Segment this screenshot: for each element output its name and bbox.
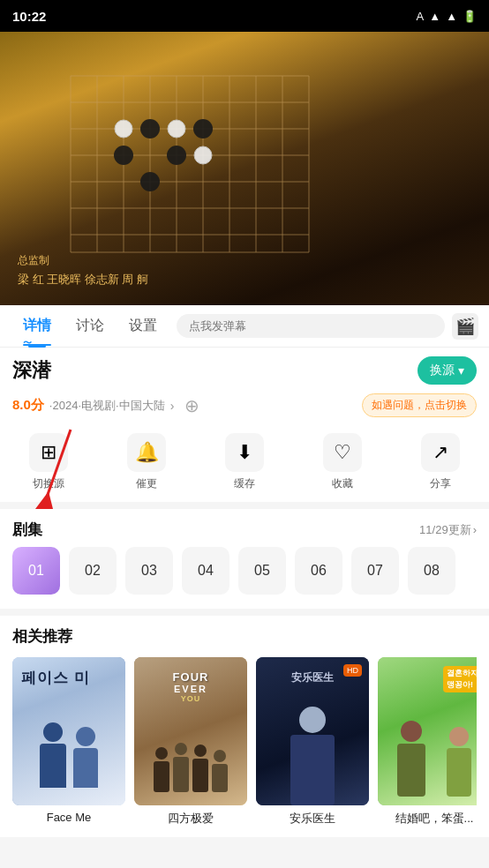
- related-card-anle[interactable]: 安乐医生 HD 安乐医生: [256, 657, 369, 827]
- status-bar: 10:22 A ▲ ▲ 🔋: [0, 0, 489, 32]
- meta-arrow-icon[interactable]: ›: [170, 399, 175, 413]
- urge-label: 催更: [136, 476, 157, 491]
- tabs-bar: 详情 〜 讨论 设置 🎬: [0, 305, 489, 348]
- show-title: 深潜: [12, 357, 51, 384]
- svg-point-20: [167, 146, 186, 165]
- episodes-section: 剧集 11/29更新 › 01 02 03 04 05 06 07 08: [0, 509, 489, 609]
- svg-point-18: [140, 119, 160, 138]
- related-section: 相关推荐: [0, 616, 489, 837]
- action-switch-source[interactable]: ⊞ 切换源: [29, 433, 68, 491]
- action-urge-update[interactable]: 🔔 催更: [127, 433, 166, 491]
- status-time: 10:22: [12, 9, 46, 24]
- related-title: 相关推荐: [12, 626, 477, 647]
- title-area: 深潜 换源 ▾: [0, 348, 489, 390]
- episode-item-03[interactable]: 03: [125, 547, 173, 595]
- poster-marry: 결혼하자맹꽁아!: [378, 657, 477, 805]
- svg-point-25: [194, 146, 212, 164]
- poster-face-me: 페이스 미: [12, 657, 125, 805]
- switch-source-icon: ⊞: [29, 433, 68, 472]
- signal-icon: ▲: [446, 10, 457, 23]
- bookmark-icon[interactable]: ⊕: [184, 395, 199, 416]
- problem-button[interactable]: 如遇问题，点击切换: [362, 393, 477, 417]
- tab-detail[interactable]: 详情 〜: [11, 305, 64, 348]
- hero-supervisor: 总监制: [18, 253, 148, 268]
- related-name-four-ever: 四方极爱: [134, 811, 247, 827]
- episodes-title: 剧集: [12, 520, 42, 540]
- collect-label: 收藏: [332, 476, 353, 491]
- cache-icon: ⬇: [225, 433, 264, 472]
- related-name-face-me: Face Me: [12, 811, 125, 824]
- notification-icon: A: [417, 10, 425, 23]
- svg-point-21: [140, 172, 160, 191]
- share-label: 分享: [430, 476, 451, 491]
- status-icons: A ▲ ▲ 🔋: [417, 10, 477, 23]
- action-row: ⊞ 切换源 🔔 催更 ⬇ 缓存 ♡ 收藏 ↗ 分享: [0, 424, 489, 509]
- wifi-icon: ▲: [429, 10, 440, 23]
- hero-banner: 总监制 梁 红 王晓晖 徐志新 周 舸: [0, 32, 489, 305]
- svg-point-19: [114, 146, 133, 165]
- related-card-four-ever[interactable]: FOUR EVER YOU 四方极爱: [134, 657, 247, 827]
- share-icon: ↗: [421, 433, 460, 472]
- episode-item-07[interactable]: 07: [351, 547, 399, 595]
- episodes-update: 11/29更新 ›: [419, 522, 477, 538]
- switch-source-button[interactable]: 换源 ▾: [418, 356, 477, 385]
- danmu-icon-button[interactable]: 🎬: [452, 313, 478, 340]
- battery-icon: 🔋: [463, 10, 477, 23]
- svg-point-23: [168, 120, 185, 138]
- episode-item-06[interactable]: 06: [295, 547, 342, 595]
- rating-score: 8.0分: [12, 397, 44, 414]
- related-name-marry: 结婚吧，笨蛋...: [378, 811, 477, 827]
- hero-cast: 梁 红 王晓晖 徐志新 周 舸: [18, 272, 148, 288]
- show-meta: ·2024·电视剧·中国大陆: [49, 398, 165, 414]
- poster-anle: 安乐医生 HD: [256, 657, 369, 805]
- episode-item-02[interactable]: 02: [69, 547, 117, 595]
- svg-point-22: [193, 119, 213, 138]
- episode-item-01[interactable]: 01: [12, 547, 60, 595]
- episode-item-04[interactable]: 04: [182, 547, 229, 595]
- action-switch-label: 切换源: [33, 476, 64, 491]
- tab-settings[interactable]: 设置: [117, 305, 169, 348]
- collect-icon: ♡: [323, 433, 362, 472]
- episode-item-08[interactable]: 08: [408, 547, 455, 595]
- action-collect[interactable]: ♡ 收藏: [323, 433, 362, 491]
- related-card-face-me[interactable]: 페이스 미 Face Me: [12, 657, 125, 827]
- go-board-decoration: [53, 58, 335, 279]
- hero-credits: 总监制 梁 红 王晓晖 徐志新 周 舸: [18, 253, 148, 288]
- action-cache[interactable]: ⬇ 缓存: [225, 433, 264, 491]
- action-share[interactable]: ↗ 分享: [421, 433, 460, 491]
- cache-label: 缓存: [234, 476, 255, 491]
- related-grid: 페이스 미 Face Me FOUR EVER: [12, 657, 477, 837]
- tab-discuss[interactable]: 讨论: [64, 305, 117, 348]
- urge-icon: 🔔: [127, 433, 166, 472]
- episodes-header: 剧集 11/29更新 ›: [0, 509, 489, 547]
- svg-point-24: [115, 120, 132, 138]
- poster-anle-badge: HD: [343, 664, 362, 677]
- episode-item-05[interactable]: 05: [238, 547, 286, 595]
- danmu-input[interactable]: [177, 314, 445, 338]
- related-card-marry[interactable]: 결혼하자맹꽁아! 结婚吧，笨蛋...: [378, 657, 477, 827]
- related-name-anle: 安乐医生: [256, 811, 369, 827]
- episodes-scroll[interactable]: 01 02 03 04 05 06 07 08: [0, 547, 489, 609]
- meta-left: 8.0分 ·2024·电视剧·中国大陆 › ⊕: [12, 395, 199, 416]
- poster-four-ever: FOUR EVER YOU: [134, 657, 247, 805]
- meta-row: 8.0分 ·2024·电视剧·中国大陆 › ⊕ 如遇问题，点击切换: [0, 390, 489, 424]
